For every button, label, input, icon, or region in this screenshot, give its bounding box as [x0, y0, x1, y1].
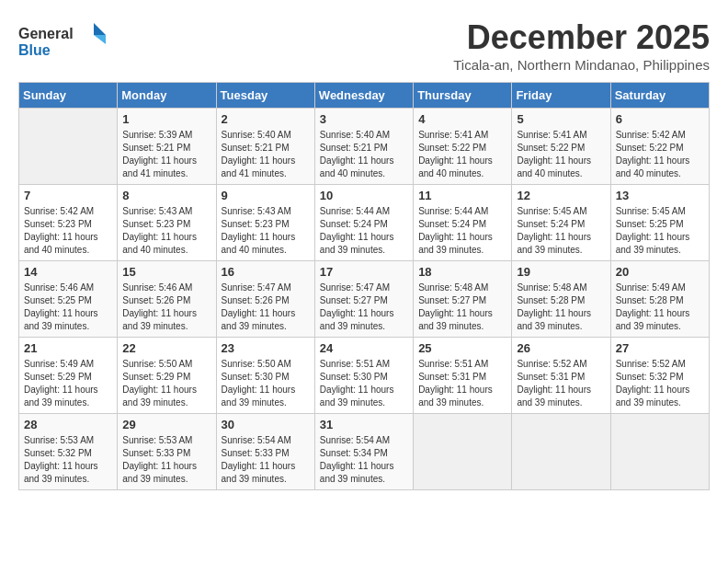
day-info: Sunrise: 5:50 AMSunset: 5:29 PMDaylight:… [122, 358, 210, 409]
calendar-cell [19, 109, 118, 185]
calendar-cell: 30Sunrise: 5:54 AMSunset: 5:33 PMDayligh… [216, 414, 314, 490]
calendar-table: SundayMondayTuesdayWednesdayThursdayFrid… [18, 82, 710, 490]
day-info: Sunrise: 5:53 AMSunset: 5:33 PMDaylight:… [122, 434, 210, 486]
day-number: 16 [222, 265, 310, 279]
calendar-cell: 9Sunrise: 5:43 AMSunset: 5:23 PMDaylight… [216, 185, 314, 261]
calendar-week-1: 7Sunrise: 5:42 AMSunset: 5:23 PMDaylight… [19, 185, 710, 261]
svg-marker-3 [94, 35, 106, 44]
day-number: 6 [616, 112, 704, 126]
calendar-cell: 27Sunrise: 5:52 AMSunset: 5:32 PMDayligh… [610, 338, 709, 414]
day-info: Sunrise: 5:54 AMSunset: 5:34 PMDaylight:… [320, 434, 408, 486]
calendar-cell: 16Sunrise: 5:47 AMSunset: 5:26 PMDayligh… [216, 261, 314, 338]
day-info: Sunrise: 5:52 AMSunset: 5:31 PMDaylight:… [517, 358, 605, 409]
logo-svg: General Blue [18, 18, 110, 60]
calendar-cell: 11Sunrise: 5:44 AMSunset: 5:24 PMDayligh… [414, 185, 512, 261]
calendar-cell: 22Sunrise: 5:50 AMSunset: 5:29 PMDayligh… [118, 338, 216, 414]
day-number: 30 [222, 418, 310, 431]
calendar-cell: 23Sunrise: 5:50 AMSunset: 5:30 PMDayligh… [216, 338, 314, 414]
day-number: 11 [418, 189, 506, 202]
day-number: 9 [222, 189, 310, 202]
calendar-cell: 13Sunrise: 5:45 AMSunset: 5:25 PMDayligh… [610, 185, 709, 261]
location-title: Ticala-an, Northern Mindanao, Philippine… [453, 57, 710, 73]
calendar-cell: 24Sunrise: 5:51 AMSunset: 5:30 PMDayligh… [314, 338, 413, 414]
calendar-cell: 2Sunrise: 5:40 AMSunset: 5:21 PMDaylight… [216, 109, 314, 185]
calendar-cell: 28Sunrise: 5:53 AMSunset: 5:32 PMDayligh… [19, 414, 118, 490]
calendar-cell: 17Sunrise: 5:47 AMSunset: 5:27 PMDayligh… [314, 261, 413, 338]
calendar-cell: 7Sunrise: 5:42 AMSunset: 5:23 PMDaylight… [19, 185, 118, 261]
calendar-body: 1Sunrise: 5:39 AMSunset: 5:21 PMDaylight… [19, 109, 710, 490]
calendar-week-4: 28Sunrise: 5:53 AMSunset: 5:32 PMDayligh… [19, 414, 710, 490]
day-number: 17 [320, 265, 408, 279]
day-number: 28 [24, 418, 112, 431]
day-info: Sunrise: 5:44 AMSunset: 5:24 PMDaylight:… [320, 205, 408, 257]
calendar-cell: 26Sunrise: 5:52 AMSunset: 5:31 PMDayligh… [512, 338, 610, 414]
header-cell-thursday: Thursday [414, 83, 512, 109]
day-number: 25 [418, 341, 506, 355]
day-number: 15 [122, 265, 210, 279]
calendar-cell: 4Sunrise: 5:41 AMSunset: 5:22 PMDaylight… [414, 109, 512, 185]
header-cell-wednesday: Wednesday [314, 83, 413, 109]
day-number: 1 [122, 112, 210, 126]
day-info: Sunrise: 5:49 AMSunset: 5:28 PMDaylight:… [616, 282, 704, 333]
header-cell-friday: Friday [512, 83, 610, 109]
day-number: 7 [24, 189, 112, 202]
calendar-cell: 1Sunrise: 5:39 AMSunset: 5:21 PMDaylight… [118, 109, 216, 185]
month-title: December 2025 [453, 18, 710, 57]
svg-text:Blue: Blue [18, 42, 51, 58]
logo: General Blue [18, 18, 110, 60]
day-info: Sunrise: 5:45 AMSunset: 5:24 PMDaylight:… [517, 205, 605, 257]
day-info: Sunrise: 5:48 AMSunset: 5:28 PMDaylight:… [517, 282, 605, 333]
day-number: 12 [517, 189, 605, 202]
day-info: Sunrise: 5:47 AMSunset: 5:26 PMDaylight:… [222, 282, 310, 333]
day-number: 3 [320, 112, 408, 126]
header-cell-monday: Monday [118, 83, 216, 109]
calendar-week-0: 1Sunrise: 5:39 AMSunset: 5:21 PMDaylight… [19, 109, 710, 185]
calendar-cell: 15Sunrise: 5:46 AMSunset: 5:26 PMDayligh… [118, 261, 216, 338]
day-number: 19 [517, 265, 605, 279]
day-info: Sunrise: 5:51 AMSunset: 5:30 PMDaylight:… [320, 358, 408, 409]
day-info: Sunrise: 5:45 AMSunset: 5:25 PMDaylight:… [616, 205, 704, 257]
day-number: 23 [222, 341, 310, 355]
calendar-cell [610, 414, 709, 490]
calendar-cell: 5Sunrise: 5:41 AMSunset: 5:22 PMDaylight… [512, 109, 610, 185]
day-number: 31 [320, 418, 408, 431]
day-info: Sunrise: 5:53 AMSunset: 5:32 PMDaylight:… [24, 434, 112, 486]
calendar-cell: 19Sunrise: 5:48 AMSunset: 5:28 PMDayligh… [512, 261, 610, 338]
day-info: Sunrise: 5:40 AMSunset: 5:21 PMDaylight:… [222, 129, 310, 180]
day-number: 8 [122, 189, 210, 202]
day-number: 5 [517, 112, 605, 126]
header-cell-saturday: Saturday [610, 83, 709, 109]
calendar-cell: 21Sunrise: 5:49 AMSunset: 5:29 PMDayligh… [19, 338, 118, 414]
calendar-week-2: 14Sunrise: 5:46 AMSunset: 5:25 PMDayligh… [19, 261, 710, 338]
calendar-week-3: 21Sunrise: 5:49 AMSunset: 5:29 PMDayligh… [19, 338, 710, 414]
calendar-cell: 3Sunrise: 5:40 AMSunset: 5:21 PMDaylight… [314, 109, 413, 185]
day-number: 10 [320, 189, 408, 202]
header-cell-sunday: Sunday [19, 83, 118, 109]
day-number: 26 [517, 341, 605, 355]
day-number: 4 [418, 112, 506, 126]
day-info: Sunrise: 5:51 AMSunset: 5:31 PMDaylight:… [418, 358, 506, 409]
day-info: Sunrise: 5:43 AMSunset: 5:23 PMDaylight:… [122, 205, 210, 257]
day-info: Sunrise: 5:47 AMSunset: 5:27 PMDaylight:… [320, 282, 408, 333]
day-info: Sunrise: 5:52 AMSunset: 5:32 PMDaylight:… [616, 358, 704, 409]
calendar-cell: 12Sunrise: 5:45 AMSunset: 5:24 PMDayligh… [512, 185, 610, 261]
day-info: Sunrise: 5:48 AMSunset: 5:27 PMDaylight:… [418, 282, 506, 333]
day-number: 20 [616, 265, 704, 279]
day-number: 21 [24, 341, 112, 355]
day-info: Sunrise: 5:43 AMSunset: 5:23 PMDaylight:… [222, 205, 310, 257]
day-info: Sunrise: 5:46 AMSunset: 5:25 PMDaylight:… [24, 282, 112, 333]
day-number: 18 [418, 265, 506, 279]
svg-text:General: General [18, 26, 74, 41]
day-info: Sunrise: 5:46 AMSunset: 5:26 PMDaylight:… [122, 282, 210, 333]
calendar-cell: 10Sunrise: 5:44 AMSunset: 5:24 PMDayligh… [314, 185, 413, 261]
day-info: Sunrise: 5:41 AMSunset: 5:22 PMDaylight:… [517, 129, 605, 180]
calendar-cell: 6Sunrise: 5:42 AMSunset: 5:22 PMDaylight… [610, 109, 709, 185]
calendar-cell: 31Sunrise: 5:54 AMSunset: 5:34 PMDayligh… [314, 414, 413, 490]
day-number: 27 [616, 341, 704, 355]
calendar-cell [414, 414, 512, 490]
day-number: 2 [222, 112, 310, 126]
day-info: Sunrise: 5:42 AMSunset: 5:22 PMDaylight:… [616, 129, 704, 180]
day-info: Sunrise: 5:44 AMSunset: 5:24 PMDaylight:… [418, 205, 506, 257]
header: General Blue December 2025 Ticala-an, No… [18, 18, 710, 73]
title-area: December 2025 Ticala-an, Northern Mindan… [453, 18, 710, 73]
